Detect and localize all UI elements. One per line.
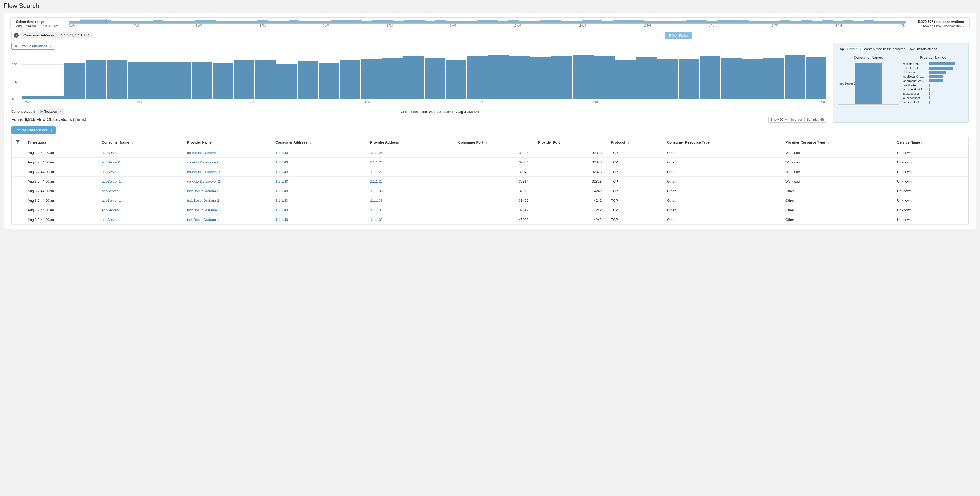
flow-bar[interactable] xyxy=(43,97,64,99)
provider-bar-row[interactable]: collectorDat... xyxy=(902,67,964,70)
cell-pn[interactable]: collectorDatamover-1 xyxy=(183,148,272,158)
col-provider-address[interactable]: Provider Address↑↓ xyxy=(366,137,455,148)
flow-bar[interactable] xyxy=(22,97,43,99)
flow-bar[interactable] xyxy=(382,58,403,99)
names-dropdown[interactable]: Names xyxy=(845,46,863,52)
cell-pa[interactable]: 1.1.1.27 xyxy=(366,177,455,186)
col-provider-port[interactable]: Provider Port↑↓ xyxy=(535,137,608,148)
flow-bar[interactable] xyxy=(742,59,763,99)
col-service-name[interactable]: Service Name↑↓ xyxy=(894,137,968,148)
provider-bar[interactable] xyxy=(929,97,930,100)
provider-names-chart[interactable]: collectorDat...collectorDat...Unknowntsd… xyxy=(902,62,964,106)
flow-bar[interactable] xyxy=(509,56,530,99)
table-row[interactable]: Aug 3 2:44:00amappServer-1tsdbBosunGrafa… xyxy=(12,206,968,215)
flow-bar[interactable] xyxy=(318,63,339,99)
row-expand-cell[interactable] xyxy=(12,206,24,215)
cell-ca[interactable]: 1.1.1.43 xyxy=(272,215,366,225)
consumer-names-chart[interactable]: appServer-1 xyxy=(838,62,899,105)
flow-bar[interactable] xyxy=(721,58,742,99)
overview-chart[interactable]: 3 AM4 AM5 AM6 AM7 AM8 AM9 AM10 AM11 AM12… xyxy=(69,20,905,28)
row-expand-cell[interactable] xyxy=(12,196,24,206)
flow-bar[interactable] xyxy=(64,63,85,99)
col-provider-name[interactable]: Provider Name↑↓ xyxy=(183,137,272,148)
table-row[interactable]: Aug 3 2:44:00amappServer-1tsdbBosunGrafa… xyxy=(12,196,968,206)
cell-cn[interactable]: appServer-1 xyxy=(98,148,183,158)
provider-bar[interactable] xyxy=(929,71,946,74)
provider-bar[interactable] xyxy=(929,101,930,104)
flow-bar[interactable] xyxy=(657,59,678,99)
provider-bar[interactable] xyxy=(929,84,930,87)
row-expand-cell[interactable] xyxy=(12,177,24,186)
flow-bar[interactable] xyxy=(573,55,593,99)
flow-bar[interactable] xyxy=(552,56,572,99)
cell-ca[interactable]: 1.1.1.43 xyxy=(272,167,366,177)
table-row[interactable]: Aug 3 2:44:00amappServer-1collectorDatam… xyxy=(12,158,968,167)
flow-bar[interactable] xyxy=(594,56,615,99)
cell-cn[interactable]: appServer-1 xyxy=(98,186,183,196)
cell-pn[interactable]: collectorDatamover-2 xyxy=(183,177,272,186)
cell-pa[interactable]: 1.1.1.26 xyxy=(366,148,455,158)
table-row[interactable]: Aug 3 2:44:00amappServer-1collectorDatam… xyxy=(12,177,968,186)
table-row[interactable]: Aug 3 2:44:00amappServer-1collectorDatam… xyxy=(12,148,968,158)
cell-pa[interactable]: 1.1.1.33 xyxy=(366,206,455,215)
provider-bar-row[interactable]: druidHistori... xyxy=(902,84,964,87)
flow-bar[interactable] xyxy=(86,60,107,99)
provider-bar-row[interactable]: namenode-1 xyxy=(902,100,964,104)
cell-ca[interactable]: 1.1.1.43 xyxy=(272,158,366,167)
flow-bar[interactable] xyxy=(361,59,382,99)
row-expand-cell[interactable] xyxy=(12,215,24,225)
showing-dropdown[interactable]: Showing Flow Observations xyxy=(921,24,964,28)
row-expand-cell[interactable] xyxy=(12,148,24,158)
flow-bar[interactable] xyxy=(530,57,551,99)
provider-bar-row[interactable]: tsdbBosunGra... xyxy=(902,75,964,78)
cell-cn[interactable]: appServer-1 xyxy=(98,215,183,225)
table-row[interactable]: Aug 3 2:44:00amappServer-1tsdbBosunGrafa… xyxy=(12,215,968,225)
col-provider-resource-type[interactable]: Provider Resource Type↑↓ xyxy=(782,137,894,148)
cell-cn[interactable]: appServer-1 xyxy=(98,196,183,206)
flow-observations-dropdown[interactable]: Flow Observations xyxy=(11,43,55,50)
cell-cn[interactable]: appServer-1 xyxy=(98,158,183,167)
flow-bar[interactable] xyxy=(636,57,657,99)
flow-chart[interactable]: 0100200 2:452:502:553 AM3:053:103:153:20 xyxy=(22,54,826,99)
provider-bar[interactable] xyxy=(929,88,930,91)
flow-bar[interactable] xyxy=(255,60,276,99)
provider-bar-row[interactable]: tsdbBosunGra... xyxy=(902,79,964,82)
provider-bar-row[interactable]: launcherHost-3 xyxy=(902,96,964,100)
cell-cn[interactable]: appServer-1 xyxy=(98,206,183,215)
cell-pn[interactable]: tsdbBosunGrafana-1 xyxy=(183,215,272,225)
cell-ca[interactable]: 1.1.1.43 xyxy=(272,186,366,196)
provider-bar[interactable] xyxy=(929,79,943,82)
flow-bar[interactable] xyxy=(679,59,700,99)
cell-pn[interactable]: tsdbBosunGrafana-2 xyxy=(183,186,272,196)
col-consumer-resource-type[interactable]: Consumer Resource Type↑↓ xyxy=(663,137,782,148)
consumer-bar[interactable] xyxy=(855,63,882,105)
provider-bar-row[interactable]: zookeeper-2 xyxy=(902,92,964,95)
sampled-toggle[interactable]: Sampledi xyxy=(805,117,826,122)
flow-bar[interactable] xyxy=(213,63,234,99)
filter-flows-button[interactable]: Filter Flows xyxy=(665,32,692,40)
table-row[interactable]: Aug 3 2:44:00amappServer-1tsdbBosunGrafa… xyxy=(12,186,968,196)
cell-ca[interactable]: 1.1.1.43 xyxy=(272,196,366,206)
table-row[interactable]: Aug 3 2:44:00amappServer-1collectorDatam… xyxy=(12,167,968,177)
flow-bar[interactable] xyxy=(806,57,826,99)
flow-bar[interactable] xyxy=(276,63,297,99)
provider-bar[interactable] xyxy=(929,67,953,70)
flow-bar[interactable] xyxy=(170,62,191,99)
explore-observations-button[interactable]: Explore Observations ❯ xyxy=(11,126,56,134)
flow-bar[interactable] xyxy=(128,62,149,99)
scope-dropdown[interactable]: ⦿ Tetration xyxy=(37,109,64,114)
info-icon[interactable]: i xyxy=(14,33,19,38)
cell-pa[interactable]: 1.1.1.26 xyxy=(366,158,455,167)
overview-selection-handle[interactable] xyxy=(80,19,107,24)
sampled-info-icon[interactable]: i xyxy=(820,118,824,122)
cell-pa[interactable]: 1.1.1.33 xyxy=(366,186,455,196)
cell-ca[interactable]: 1.1.1.43 xyxy=(272,148,366,158)
flow-bar[interactable] xyxy=(467,56,488,99)
flow-bar[interactable] xyxy=(403,56,424,99)
flow-bar[interactable] xyxy=(234,60,255,99)
flow-bar[interactable] xyxy=(488,55,509,99)
provider-bar-row[interactable]: collectorDat... xyxy=(902,62,964,65)
order-toggle[interactable]: In order xyxy=(789,117,804,122)
provider-bar[interactable] xyxy=(929,62,955,65)
flow-bar[interactable] xyxy=(149,62,170,99)
